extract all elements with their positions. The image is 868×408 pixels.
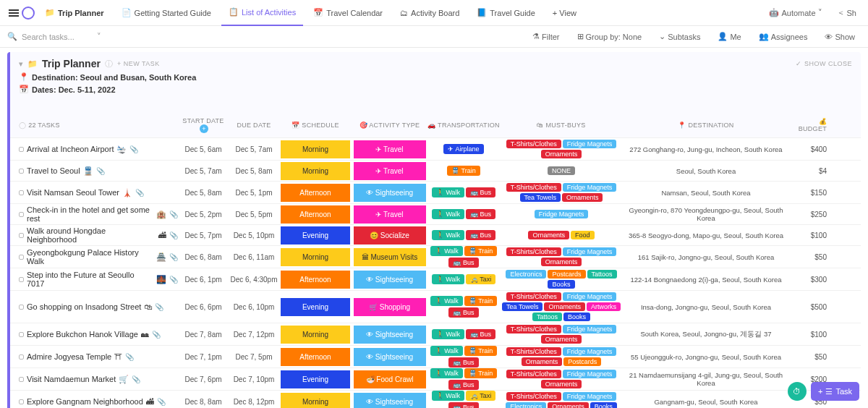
status-dot[interactable] (19, 169, 24, 174)
mustbuy-cell[interactable]: Fridge Magnets (500, 208, 623, 220)
task-name-cell[interactable]: Explore Bukchon Hanok Village 🏘 📎 (19, 330, 178, 339)
mustbuy-cell[interactable]: ElectronicsPostcardsTattoosBooks (500, 268, 623, 290)
mustbuy-pill[interactable]: Fridge Magnets (563, 292, 617, 301)
start-date-cell[interactable]: Dec 6, 8am (178, 253, 229, 261)
attachment-icon[interactable]: 📎 (135, 189, 144, 197)
mustbuy-pill[interactable]: Tattoos (587, 270, 617, 279)
mustbuy-cell[interactable]: NONE (500, 165, 623, 177)
mustbuy-pill[interactable]: Ornaments (528, 231, 569, 239)
transport-pill[interactable]: 🚆 Train (447, 166, 480, 176)
start-date-cell[interactable]: Dec 5, 8am (178, 189, 229, 197)
show-button[interactable]: 👁Show (819, 30, 861, 44)
budget-cell[interactable]: $300 (789, 276, 833, 284)
due-date-cell[interactable]: Dec 5, 8am (229, 167, 279, 175)
mustbuy-pill[interactable]: Fridge Magnets (563, 370, 617, 378)
activity-cell[interactable]: 👁 Sightseeing (352, 326, 427, 344)
assignees-button[interactable]: 👥Assignees (753, 29, 814, 44)
start-date-cell[interactable]: Dec 6, 1pm (178, 276, 229, 284)
destination-cell[interactable]: 365-8 Seogyo-dong, Mapo-gu, Seoul, South… (623, 231, 789, 239)
task-name-cell[interactable]: Check-in in the hotel and get some rest … (19, 205, 178, 223)
due-date-cell[interactable]: Dec 7, 10pm (229, 375, 279, 383)
transport-pill[interactable]: 🚆 Train (464, 246, 498, 256)
mustbuy-pill[interactable]: T-Shirts/Clothes (506, 247, 561, 256)
transport-pill[interactable]: 🚌 Bus (448, 307, 478, 318)
task-row[interactable]: Explore Gangnam Neighborhood 🏙 📎Dec 8, 8… (10, 390, 861, 408)
mustbuy-pill[interactable]: Ornaments (544, 302, 585, 311)
transport-cell[interactable]: 🚶 Walk🚆 Train🚌 Bus (427, 346, 500, 367)
schedule-cell[interactable]: Morning (279, 393, 352, 409)
transport-pill[interactable]: 🚶 Walk (432, 187, 464, 197)
task-name-cell[interactable]: Travel to Seoul 🚆 📎 (19, 166, 178, 176)
mustbuy-pill[interactable]: Fridge Magnets (563, 140, 617, 148)
schedule-cell[interactable]: Morning (279, 248, 352, 266)
task-name-cell[interactable]: Go shopping on Insadong Street 🛍 📎 (19, 302, 178, 311)
logo-icon[interactable] (22, 7, 35, 20)
activity-cell[interactable]: ✈ Travel (352, 205, 427, 224)
mustbuy-cell[interactable]: T-Shirts/ClothesFridge MagnetsOrnaments (500, 368, 623, 390)
transport-pill[interactable]: 🚶 Walk (430, 346, 463, 356)
info-icon[interactable]: ⓘ (105, 59, 113, 69)
tab-travel-guide[interactable]: 📘Travel Guide (469, 0, 542, 26)
budget-cell[interactable]: $100 (789, 231, 833, 239)
status-dot[interactable] (19, 277, 24, 282)
tab-activity-board[interactable]: 🗂Activity Board (393, 0, 467, 26)
transport-pill[interactable]: 🚌 Bus (448, 357, 478, 367)
mustbuy-pill[interactable]: Postcards (548, 270, 585, 279)
transport-pill[interactable]: 🚌 Bus (448, 380, 478, 390)
transport-pill[interactable]: 🚶 Walk (430, 246, 463, 256)
mustbuy-pill[interactable]: Tea Towels (502, 302, 542, 311)
mustbuy-pill[interactable]: NONE (548, 166, 575, 175)
mustbuy-pill[interactable]: Books (590, 402, 617, 408)
mustbuy-pill[interactable]: T-Shirts/Clothes (506, 292, 561, 301)
mustbuy-pill[interactable]: Books (563, 313, 590, 321)
transport-pill[interactable]: 🚶 Walk (430, 368, 463, 378)
subtasks-button[interactable]: ⌄Subtasks (653, 29, 706, 44)
transport-cell[interactable]: 🚶 Walk🚕 Taxi (427, 274, 500, 284)
budget-cell[interactable]: $150 (789, 189, 833, 197)
transport-pill[interactable]: 🚶 Walk (432, 274, 464, 284)
due-date-cell[interactable]: Dec 5, 10pm (229, 231, 279, 239)
automate-button[interactable]: 🤖 Automate ˅ (763, 5, 827, 20)
schedule-cell[interactable]: Afternoon (279, 184, 352, 202)
schedule-cell[interactable]: Morning (279, 162, 352, 180)
mustbuy-pill[interactable]: Fridge Magnets (535, 210, 589, 218)
mustbuy-pill[interactable]: Artworks (587, 302, 621, 311)
due-date-cell[interactable]: Dec 7, 12pm (229, 331, 279, 339)
task-name-cell[interactable]: Arrival at Incheon Airport 🛬 📎 (19, 145, 178, 154)
activity-cell[interactable]: ✈ Travel (352, 162, 427, 180)
transport-pill[interactable]: 🚶 Walk (432, 329, 464, 339)
task-row[interactable]: Walk around Hongdae Neighborhood 🏙 📎Dec … (10, 224, 861, 245)
mustbuy-pill[interactable]: Postcards (563, 357, 601, 366)
status-dot[interactable] (19, 305, 24, 310)
task-row[interactable]: Admire Jogyesa Temple ⛩ 📎Dec 7, 1pmDec 7… (10, 345, 861, 367)
transport-cell[interactable]: 🚆 Train (427, 166, 500, 176)
share-button[interactable]: ＜ Sh (831, 4, 862, 21)
budget-cell[interactable]: $50 (789, 253, 833, 261)
destination-cell[interactable]: South Korea, Seoul, Jongno-gu, 계동길 37 (623, 330, 789, 339)
destination-cell[interactable]: Namsan, Seoul, South Korea (623, 189, 789, 197)
mustbuy-pill[interactable]: T-Shirts/Clothes (506, 140, 561, 148)
mustbuy-pill[interactable]: Tattoos (532, 313, 562, 321)
column-schedule[interactable]: 📅 SCHEDULE (279, 122, 352, 129)
chevron-down-icon[interactable]: ▾ (19, 59, 23, 69)
transport-pill[interactable]: 🚕 Taxi (466, 391, 495, 401)
status-dot[interactable] (19, 377, 24, 382)
transport-pill[interactable]: 🚕 Taxi (466, 274, 495, 284)
activity-cell[interactable]: 👁 Sightseeing (352, 393, 427, 409)
task-name-cell[interactable]: Gyeongbokgung Palace History Walk 🏯 📎 (19, 248, 178, 265)
attachment-icon[interactable]: 📎 (155, 303, 163, 311)
add-view-button[interactable]: + View (545, 0, 584, 26)
status-dot[interactable] (19, 212, 24, 217)
task-name-cell[interactable]: Admire Jogyesa Temple ⛩ 📎 (19, 352, 178, 361)
mustbuy-pill[interactable]: Books (548, 280, 574, 289)
column-tasks[interactable]: ◯ 22 TASKS (19, 122, 178, 129)
column-mustbuys[interactable]: 🛍 MUST-BUYS (500, 122, 623, 129)
activity-cell[interactable]: 🛒 Shopping (352, 298, 427, 316)
start-date-cell[interactable]: Dec 5, 6am (178, 145, 229, 153)
task-name-cell[interactable]: Explore Gangnam Neighborhood 🏙 📎 (19, 397, 178, 406)
record-button[interactable]: ⏱ (788, 382, 807, 401)
mustbuy-cell[interactable]: T-Shirts/ClothesFridge MagnetsOrnaments (500, 138, 623, 160)
transport-pill[interactable]: 🚌 Bus (466, 230, 495, 240)
mustbuy-pill[interactable]: Tea Towels (520, 193, 561, 202)
mustbuy-pill[interactable]: T-Shirts/Clothes (506, 325, 561, 333)
